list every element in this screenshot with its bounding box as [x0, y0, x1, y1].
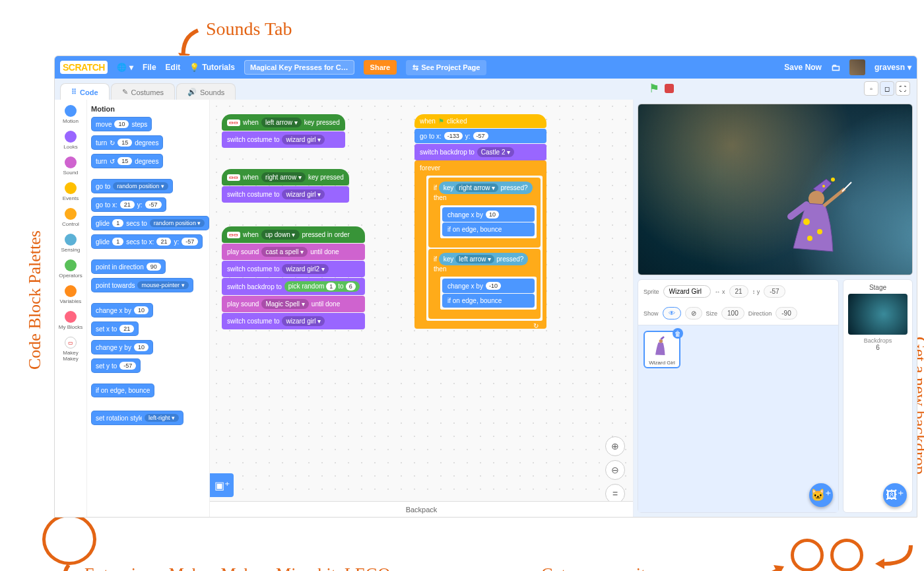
sprite-list: 🗑 Wizard Girl 🐱⁺ — [638, 325, 838, 512]
cat-looks[interactable]: Looks — [56, 129, 85, 154]
zoom-in-button[interactable]: ⊕ — [605, 436, 625, 456]
show-sprite-button[interactable]: 👁 — [663, 307, 681, 319]
makey-icon: ▭▭ — [227, 174, 240, 181]
code-icon: ⠿ — [71, 88, 77, 96]
account-menu[interactable]: gravesn ▾ — [874, 63, 911, 72]
sound-icon: 🔊 — [187, 88, 197, 96]
fullscreen-icon: ⛶ — [900, 85, 906, 92]
arrow-new-sprite — [700, 561, 792, 571]
sprite-tile-wizard[interactable]: 🗑 Wizard Girl — [644, 331, 680, 368]
project-title-input[interactable]: Magical Key Presses for C… — [244, 60, 354, 75]
zoom-out-button[interactable]: ⊖ — [605, 460, 625, 480]
anno-extensions: Extensions: Makey Makey, Microbit, LEGO — [84, 564, 390, 571]
share-button[interactable]: Share — [364, 60, 397, 75]
cat-myblocks[interactable]: My Blocks — [56, 310, 85, 334]
cat-control[interactable]: Control — [56, 207, 85, 231]
sprite-name-input[interactable] — [663, 285, 711, 298]
eye-icon: 👁 — [669, 310, 675, 317]
sprite-size-input[interactable]: 100 — [721, 307, 744, 319]
user-avatar[interactable] — [849, 59, 865, 75]
stage-thumbnail[interactable] — [848, 294, 908, 335]
stop-button[interactable] — [665, 84, 674, 93]
block-setx[interactable]: set x to21 — [91, 321, 139, 336]
workspace-controls: ⊕ ⊖ = — [605, 436, 625, 504]
add-sprite-button[interactable]: 🐱⁺ — [809, 483, 833, 507]
costume-icon: ✎ — [122, 88, 128, 96]
block-changey[interactable]: change y by10 — [91, 340, 153, 354]
anno-new-sprite: Get a new sprite — [541, 564, 653, 571]
block-glidexy[interactable]: glide1secs to x:21y:-57 — [91, 234, 203, 249]
block-glide[interactable]: glide1secs torandom position ▾ — [91, 216, 209, 230]
block-pointdir[interactable]: point in direction90 — [91, 259, 166, 274]
block-edgebounce[interactable]: if on edge, bounce — [91, 384, 154, 397]
stage-panel: Stage Backdrops 6 🖼⁺ — [843, 279, 913, 513]
mystuff-button[interactable]: 🗀 — [831, 62, 840, 73]
circle-new-backdrop — [830, 539, 863, 571]
sprite-y-input[interactable]: -57 — [764, 285, 785, 298]
cat-sound[interactable]: Sound — [56, 155, 85, 180]
sprite-direction-input[interactable]: -90 — [776, 307, 797, 319]
cat-motion[interactable]: Motion — [56, 104, 85, 128]
stage-view[interactable] — [638, 104, 913, 275]
cat-makeymakey[interactable]: ▭Makey Makey — [56, 335, 85, 366]
add-backdrop-button[interactable]: 🖼⁺ — [883, 483, 907, 507]
cat-variables[interactable]: Variables — [56, 284, 85, 308]
svg-point-0 — [831, 178, 835, 182]
arrows-icon: ⇆ — [412, 63, 418, 72]
arrow-new-backdrop — [871, 541, 917, 571]
small-stage-button[interactable]: ▫ — [864, 81, 878, 96]
block-sety[interactable]: set y to-57 — [91, 358, 141, 373]
language-menu[interactable]: 🌐▾ — [117, 63, 133, 72]
svg-point-5 — [807, 236, 812, 241]
svg-point-4 — [817, 229, 822, 234]
save-now-button[interactable]: Save Now — [784, 63, 822, 72]
edit-menu[interactable]: Edit — [166, 63, 181, 72]
circle-new-sprite — [791, 539, 824, 571]
large-stage-button[interactable]: ◻ — [880, 81, 894, 96]
backpack-bar[interactable]: Backpack — [210, 501, 633, 517]
block-move-steps[interactable]: move10steps — [91, 117, 152, 131]
category-column: Motion Looks Sound Events Control Sensin… — [55, 100, 87, 517]
script-forever[interactable]: when⚑clicked go to x:-133y:-57 switch ba… — [414, 114, 546, 329]
block-gotoxy[interactable]: go to x:21y:-57 — [91, 197, 166, 212]
tab-sounds[interactable]: 🔊Sounds — [176, 83, 236, 100]
large-stage-icon: ◻ — [884, 85, 890, 92]
cat-icon: 🐱⁺ — [810, 488, 832, 502]
globe-icon: 🌐 — [117, 63, 127, 72]
hide-sprite-button[interactable]: ⊘ — [685, 307, 702, 319]
sprite-x-input[interactable]: 21 — [729, 285, 748, 298]
file-menu[interactable]: File — [143, 63, 156, 72]
block-turn-cw[interactable]: turn↻15degrees — [91, 135, 163, 150]
script-right-arrow[interactable]: ▭▭whenright arrow ▾key pressed switch co… — [222, 169, 349, 203]
arrow-extensions — [49, 561, 88, 571]
tab-costumes[interactable]: ✎Costumes — [111, 83, 176, 100]
sprite-panel: Sprite ↔ x21 ↕ y-57 Show 👁 ⊘ Size100 Dir… — [638, 279, 839, 513]
cat-sensing[interactable]: Sensing — [56, 232, 85, 257]
tab-code[interactable]: ⠿Code — [60, 83, 110, 100]
palette-heading: Motion — [91, 105, 205, 113]
block-pointtowards[interactable]: point towardsmouse-pointer ▾ — [91, 278, 193, 292]
script-updown[interactable]: ▭▭whenup down ▾pressed in order play sou… — [222, 226, 365, 329]
tutorials-button[interactable]: 💡Tutorials — [189, 63, 235, 72]
anno-sounds-tab: Sounds Tab — [206, 18, 292, 40]
work-area[interactable]: ▭▭whenleft arrow ▾key pressed switch cos… — [210, 100, 633, 517]
add-extension-button[interactable]: ▣⁺ — [210, 473, 234, 497]
block-changex[interactable]: change x by10 — [91, 303, 153, 318]
delete-sprite-button[interactable]: 🗑 — [673, 328, 683, 339]
green-flag-button[interactable]: ⚑ — [649, 81, 659, 96]
fullscreen-button[interactable]: ⛶ — [896, 81, 910, 96]
script-left-arrow[interactable]: ▭▭whenleft arrow ▾key pressed switch cos… — [222, 114, 345, 148]
block-goto[interactable]: go torandom position ▾ — [91, 179, 173, 193]
eye-off-icon: ⊘ — [691, 310, 696, 317]
cat-operators[interactable]: Operators — [56, 258, 85, 283]
block-turn-ccw[interactable]: turn↺15degrees — [91, 154, 163, 168]
backdrops-label: Backdrops — [847, 337, 908, 344]
scratch-logo[interactable]: SCRATCH — [60, 61, 108, 74]
cat-events[interactable]: Events — [56, 181, 85, 205]
svg-point-1 — [822, 185, 825, 187]
right-column: Sprite ↔ x21 ↕ y-57 Show 👁 ⊘ Size100 Dir… — [633, 100, 917, 517]
image-icon: 🖼⁺ — [886, 488, 904, 502]
see-project-page-button[interactable]: ⇆See Project Page — [406, 60, 486, 75]
bulb-icon: 💡 — [189, 63, 199, 72]
block-rotstyle[interactable]: set rotation styleleft-right ▾ — [91, 411, 183, 425]
